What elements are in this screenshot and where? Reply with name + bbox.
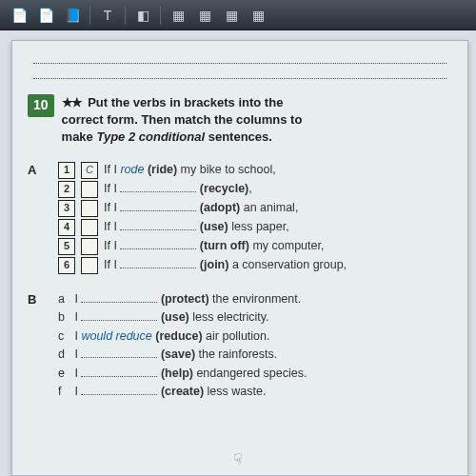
section-a-body: 1CIf I rode (ride) my bike to school,2If…	[58, 162, 452, 276]
write-line	[33, 52, 446, 64]
pdf-icon[interactable]: ▦	[247, 4, 269, 27]
question-number-box: 1	[58, 162, 75, 179]
answer-row: c I would reduce (reduce) air pollution.	[58, 328, 452, 346]
question-number-box: 2	[58, 181, 75, 198]
exercise-header: 10 ★★ Put the verbs in brackets into the…	[28, 94, 452, 147]
text-icon[interactable]: T	[96, 4, 119, 27]
question-text: If I (use) less paper,	[104, 219, 289, 236]
difficulty-stars: ★★	[62, 95, 81, 109]
match-answer-box[interactable]: C	[81, 162, 98, 179]
write-line	[33, 68, 446, 79]
question-number-box: 4	[58, 219, 75, 236]
match-answer-box[interactable]	[81, 238, 98, 255]
match-answer-box[interactable]	[81, 200, 98, 217]
answer-row: e I (help) endangered species.	[58, 366, 452, 383]
answer-row: f I (create) less waste.	[58, 384, 452, 401]
question-text: If I (turn off) my computer,	[104, 238, 324, 255]
question-text: If I (recycle),	[104, 181, 252, 198]
pdf-icon[interactable]: ▦	[220, 4, 243, 27]
separator	[125, 6, 126, 25]
doc-icon[interactable]: 📘	[61, 4, 84, 27]
pdf-icon[interactable]: ▦	[167, 4, 189, 27]
page-area: 10 ★★ Put the verbs in brackets into the…	[0, 30, 476, 476]
question-row: 5If I (turn off) my computer,	[58, 238, 452, 255]
question-number-box: 5	[58, 238, 75, 255]
pdf-icon[interactable]: ▦	[193, 4, 216, 27]
answer-row: a I (protect) the environment.	[58, 291, 452, 308]
hand-cursor-icon: ☟	[233, 450, 243, 468]
question-text: If I (adopt) an animal,	[104, 200, 298, 217]
question-row: 2If I (recycle),	[58, 181, 452, 198]
instruction-text: Put the verbs in brackets into the	[88, 95, 283, 109]
answer-row: d I (save) the rainforests.	[58, 347, 452, 364]
worksheet-page: 10 ★★ Put the verbs in brackets into the…	[11, 40, 468, 476]
question-number-box: 3	[58, 200, 75, 217]
question-row: 4If I (use) less paper,	[58, 219, 452, 236]
section-b: B a I (protect) the environment.b I (use…	[28, 291, 452, 403]
page-icon[interactable]: 📄	[8, 4, 30, 27]
question-row: 1CIf I rode (ride) my bike to school,	[58, 162, 452, 179]
separator	[160, 6, 161, 25]
match-answer-box[interactable]	[81, 257, 98, 274]
exercise-number: 10	[28, 94, 54, 117]
question-number-box: 6	[58, 257, 75, 274]
exercise-instruction: ★★ Put the verbs in brackets into the co…	[62, 94, 303, 147]
instruction-text: correct form. Then match the columns to	[62, 112, 303, 127]
section-label-a: A	[28, 162, 43, 276]
section-a: A 1CIf I rode (ride) my bike to school,2…	[28, 162, 452, 276]
question-row: 6If I (join) a conservation group,	[58, 257, 452, 274]
question-row: 3If I (adopt) an animal,	[58, 200, 452, 217]
page-icon[interactable]: 📄	[34, 4, 57, 27]
separator	[89, 6, 90, 25]
section-b-body: a I (protect) the environment.b I (use) …	[58, 291, 452, 403]
question-text: If I (join) a conservation group,	[104, 257, 347, 274]
stamp-icon[interactable]: ◧	[131, 4, 154, 27]
question-text: If I rode (ride) my bike to school,	[104, 162, 276, 179]
section-label-b: B	[28, 291, 43, 403]
instruction-text: make Type 2 conditional sentences.	[62, 129, 272, 144]
match-answer-box[interactable]	[81, 219, 98, 236]
answer-row: b I (use) less electricity.	[58, 309, 452, 327]
match-answer-box[interactable]	[81, 181, 98, 198]
app-toolbar: 📄 📄 📘 T ◧ ▦ ▦ ▦ ▦	[0, 0, 476, 30]
